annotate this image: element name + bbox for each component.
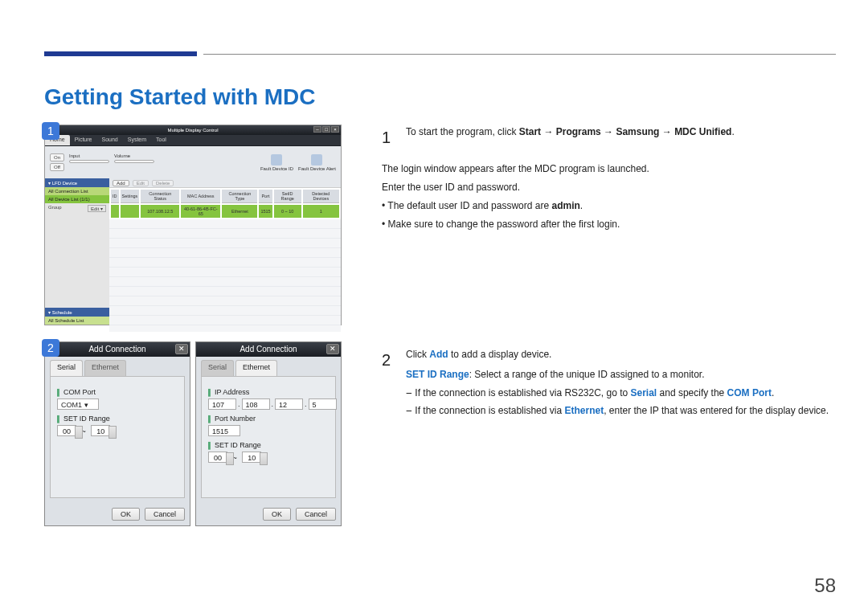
ip-seg-3[interactable]: 12 bbox=[275, 398, 303, 410]
window-titlebar: Multiple Display Control – □ × bbox=[45, 125, 341, 135]
comport-label: COM Port bbox=[57, 388, 178, 396]
col-mac: MAC Address bbox=[181, 190, 220, 203]
step2-dash1: If the connection is established via RS2… bbox=[406, 386, 836, 401]
setid-to-input[interactable]: 10 bbox=[242, 452, 261, 463]
edit-button[interactable]: Edit bbox=[133, 180, 149, 186]
add-connection-dialogs: 2 Add Connection ✕ Serial Ethernet COM P… bbox=[44, 341, 358, 526]
step-number-1: 1 bbox=[382, 125, 396, 150]
dialog-titlebar: Add Connection ✕ bbox=[45, 342, 190, 357]
fault-device-alert-label: Fault Device Alert bbox=[298, 166, 336, 171]
ok-button[interactable]: OK bbox=[112, 508, 140, 521]
step2-dash2: If the connection is established via Eth… bbox=[406, 403, 836, 419]
tab-ethernet[interactable]: Ethernet bbox=[84, 360, 126, 376]
window-title: Multiple Display Control bbox=[167, 128, 218, 133]
step1-bullet1: The default user ID and password are adm… bbox=[382, 198, 836, 214]
tab-system[interactable]: System bbox=[123, 135, 151, 145]
mdc-main-window: 1 Multiple Display Control – □ × Home Pi… bbox=[44, 125, 342, 325]
sidebar-all-connection[interactable]: All Connection List bbox=[45, 187, 109, 195]
dialog-titlebar: Add Connection ✕ bbox=[196, 342, 341, 357]
page-number: 58 bbox=[814, 574, 836, 597]
setid-label: SET ID Range bbox=[57, 415, 178, 423]
cancel-button[interactable]: Cancel bbox=[145, 508, 185, 521]
add-connection-serial-dialog: 2 Add Connection ✕ Serial Ethernet COM P… bbox=[44, 341, 190, 526]
callout-badge-1: 1 bbox=[42, 122, 59, 140]
input-label: Input bbox=[69, 153, 109, 158]
setid-from-input[interactable]: 00 bbox=[57, 425, 76, 436]
comport-select[interactable]: COM1 ▾ bbox=[57, 398, 99, 410]
callout-badge-2: 2 bbox=[42, 339, 59, 357]
device-table: ID Settings Connection Status MAC Addres… bbox=[109, 188, 341, 219]
volume-slider[interactable] bbox=[114, 160, 154, 163]
ip-label: IP Address bbox=[208, 388, 329, 396]
sidebar-schedule-header[interactable]: ▾ Schedule bbox=[45, 308, 109, 317]
col-port: Port bbox=[259, 190, 272, 203]
ip-seg-2[interactable]: 108 bbox=[242, 398, 270, 410]
close-icon[interactable]: ✕ bbox=[326, 344, 339, 354]
off-button[interactable]: Off bbox=[50, 163, 64, 171]
header-accent-bar bbox=[44, 51, 197, 56]
page-title: Getting Started with MDC bbox=[44, 84, 836, 110]
fault-device-id-label: Fault Device ID bbox=[260, 166, 293, 171]
on-button[interactable]: On bbox=[50, 153, 64, 161]
step1-line2: The login window appears after the MDC p… bbox=[382, 161, 836, 177]
setid-to-input[interactable]: 10 bbox=[91, 425, 110, 436]
tab-sound[interactable]: Sound bbox=[96, 135, 122, 145]
cancel-button[interactable]: Cancel bbox=[296, 508, 336, 521]
dialog-title: Add Connection bbox=[88, 345, 145, 353]
empty-grid bbox=[109, 219, 341, 332]
sidebar-all-device[interactable]: All Device List (1/1) bbox=[45, 195, 109, 203]
menu-bar: Home Picture Sound System Tool bbox=[45, 135, 341, 146]
sidebar: ▾ LFD Device All Connection List All Dev… bbox=[45, 178, 109, 325]
device-toolbar: Add Edit Delete bbox=[109, 178, 341, 188]
dialog-title: Add Connection bbox=[240, 345, 297, 353]
tab-serial[interactable]: Serial bbox=[50, 360, 83, 376]
port-input[interactable]: 1515 bbox=[208, 425, 240, 436]
step-number-2: 2 bbox=[382, 347, 396, 422]
ip-seg-4[interactable]: 5 bbox=[309, 398, 337, 410]
sidebar-blank bbox=[45, 214, 109, 308]
delete-button[interactable]: Delete bbox=[152, 180, 174, 186]
tab-tool[interactable]: Tool bbox=[151, 135, 171, 145]
ok-button[interactable]: OK bbox=[263, 508, 291, 521]
add-connection-ethernet-dialog: Add Connection ✕ Serial Ethernet IP Addr… bbox=[195, 341, 342, 526]
col-conn-type: Connection Type bbox=[222, 190, 257, 203]
tab-serial[interactable]: Serial bbox=[201, 360, 234, 376]
header-divider bbox=[203, 54, 836, 55]
sidebar-lfd-header[interactable]: ▾ LFD Device bbox=[45, 178, 109, 187]
sidebar-all-schedule[interactable]: All Schedule List bbox=[45, 317, 109, 325]
fault-device-alert-icon[interactable] bbox=[311, 154, 322, 166]
col-id: ID bbox=[111, 190, 119, 203]
table-row[interactable]: 107.108.12.5 40-61-86-4B-FC-65 Ethernet … bbox=[111, 205, 339, 218]
close-icon[interactable]: × bbox=[331, 126, 339, 133]
col-conn-status: Connection Status bbox=[141, 190, 179, 203]
tab-picture[interactable]: Picture bbox=[70, 135, 97, 145]
maximize-icon[interactable]: □ bbox=[322, 126, 330, 133]
sidebar-edit-button[interactable]: Edit ▾ bbox=[88, 205, 106, 212]
minimize-icon[interactable]: – bbox=[313, 126, 321, 133]
step2-setid: SET ID Range: Select a range of the uniq… bbox=[406, 367, 836, 382]
ip-seg-1[interactable]: 107 bbox=[208, 398, 236, 410]
sidebar-group-label: Group bbox=[48, 205, 62, 212]
close-icon[interactable]: ✕ bbox=[175, 344, 188, 354]
step1-instruction: To start the program, click Start → Prog… bbox=[406, 125, 836, 140]
sidebar-group-row: Group Edit ▾ bbox=[45, 203, 109, 214]
port-label: Port Number bbox=[208, 415, 329, 423]
step1-line3: Enter the user ID and password. bbox=[382, 180, 836, 195]
input-select[interactable] bbox=[69, 160, 109, 163]
toolbar: On Off Input Volume Fault Dev bbox=[45, 146, 341, 178]
fault-device-id-icon[interactable] bbox=[271, 154, 282, 166]
setid-from-input[interactable]: 00 bbox=[208, 452, 227, 463]
main-panel: Add Edit Delete ID Settings Connection S… bbox=[109, 178, 341, 325]
col-settings: Settings bbox=[121, 190, 140, 203]
step1-bullet2: Make sure to change the password after t… bbox=[382, 217, 836, 232]
col-detected: Detected Devices bbox=[303, 190, 339, 203]
setid-label: SET ID Range bbox=[208, 441, 329, 449]
step2-instruction: Click Add to add a display device. bbox=[406, 347, 836, 362]
tab-ethernet[interactable]: Ethernet bbox=[235, 360, 277, 376]
col-setid: SetID Range bbox=[274, 190, 301, 203]
add-button[interactable]: Add bbox=[113, 180, 129, 186]
volume-label: Volume bbox=[114, 153, 154, 158]
